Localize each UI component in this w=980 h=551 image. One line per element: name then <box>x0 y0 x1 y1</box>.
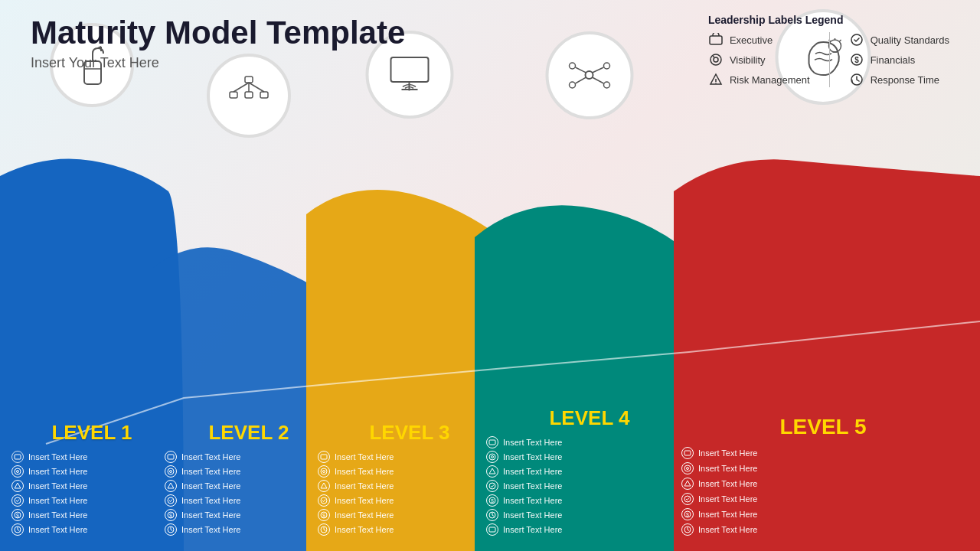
level1-title: LEVEL 1 <box>11 421 172 445</box>
svg-point-2 <box>714 57 718 62</box>
svg-point-51 <box>604 82 610 88</box>
svg-point-17 <box>17 471 19 473</box>
level2-item-1: Insert Text Here <box>165 451 333 463</box>
level2-item-2: Insert Text Here <box>165 465 333 478</box>
level4-items: Insert Text Here Insert Text Here Insert… <box>486 436 693 551</box>
svg-line-53 <box>593 67 604 73</box>
level5-item-6: Insert Text Here <box>681 523 965 536</box>
svg-line-54 <box>576 77 586 83</box>
level4-item-5: $Insert Text Here <box>486 494 693 507</box>
svg-rect-24 <box>245 92 253 98</box>
level3-items: Insert Text Here Insert Text Here Insert… <box>318 451 501 551</box>
level2-content: LEVEL 2 Insert Text Here Insert Text Her… <box>165 421 333 551</box>
page-title: Maturity Model Template <box>31 15 405 51</box>
svg-line-27 <box>234 83 249 92</box>
level3-item-2: Insert Text Here <box>318 465 501 478</box>
legend-col-2: Quality Standards $ Financials <box>849 32 949 87</box>
response-label: Response Time <box>871 74 939 86</box>
level4-title: LEVEL 4 <box>486 406 693 430</box>
level5-item-4: Insert Text Here <box>681 493 965 505</box>
level3-item-5: $Insert Text Here <box>318 509 501 521</box>
legend-title: Leadership Labels Legend <box>708 14 949 26</box>
svg-point-31 <box>170 471 172 473</box>
level2-item-5: $Insert Text Here <box>165 509 333 521</box>
level4-content: LEVEL 4 Insert Text Here Insert Text Her… <box>486 406 693 551</box>
visibility-label: Visibility <box>730 54 766 66</box>
svg-point-42 <box>323 471 325 473</box>
level1-item-3: Insert Text Here <box>11 480 172 492</box>
level5-title: LEVEL 5 <box>681 415 965 439</box>
svg-rect-25 <box>260 92 268 98</box>
quality-icon <box>849 32 864 47</box>
svg-rect-15 <box>15 455 21 459</box>
level1-item-1: Insert Text Here <box>11 451 172 463</box>
svg-point-39 <box>408 89 410 91</box>
header: Maturity Model Template Insert Your Text… <box>31 15 405 71</box>
level1-item-6: Insert Text Here <box>11 523 172 536</box>
svg-text:$: $ <box>322 513 325 518</box>
level4-item-7: Insert Text Here <box>486 523 693 536</box>
svg-text:$: $ <box>686 512 689 517</box>
level3-item-4: Insert Text Here <box>318 494 501 507</box>
svg-text:$: $ <box>16 513 19 518</box>
legend-quality: Quality Standards <box>849 32 949 47</box>
svg-rect-23 <box>230 92 237 98</box>
svg-point-50 <box>570 82 576 88</box>
level4-item-3: Insert Text Here <box>486 465 693 478</box>
svg-point-48 <box>570 63 576 69</box>
legend-response: Response Time <box>849 72 949 87</box>
level2-items: Insert Text Here Insert Text Here Insert… <box>165 451 333 551</box>
legend-financials: $ Financials <box>849 52 949 67</box>
level1-content: LEVEL 1 Insert Text Here Insert Text Her… <box>11 421 172 551</box>
svg-point-47 <box>586 71 593 79</box>
level3-title: LEVEL 3 <box>318 421 501 445</box>
level5-content: LEVEL 5 Insert Text Here Insert Text Her… <box>681 415 965 551</box>
level2-icon <box>226 73 272 119</box>
level4-circle <box>546 31 634 119</box>
svg-point-57 <box>489 454 495 460</box>
legend-visibility: Visibility <box>708 52 810 67</box>
svg-point-1 <box>710 54 721 65</box>
svg-point-41 <box>321 468 327 474</box>
svg-rect-29 <box>168 455 174 459</box>
svg-point-58 <box>492 456 494 458</box>
svg-text:$: $ <box>169 513 172 518</box>
svg-point-43 <box>321 497 327 504</box>
svg-rect-22 <box>245 77 253 83</box>
svg-point-3 <box>713 56 714 57</box>
svg-point-70 <box>684 465 691 471</box>
svg-point-71 <box>687 468 689 470</box>
financials-label: Financials <box>871 54 916 66</box>
main-diagram: LEVEL 1 Insert Text Here Insert Text Her… <box>0 115 980 551</box>
svg-text:$: $ <box>854 56 859 64</box>
level2-title: LEVEL 2 <box>165 421 333 445</box>
executive-label: Executive <box>730 34 773 46</box>
level1-item-5: $Insert Text Here <box>11 509 172 521</box>
level4-item-2: Insert Text Here <box>486 451 693 463</box>
svg-line-28 <box>249 83 264 92</box>
svg-rect-63 <box>489 527 495 532</box>
level3-content: LEVEL 3 Insert Text Here Insert Text Her… <box>318 421 501 551</box>
level4-item-6: Insert Text Here <box>486 509 693 521</box>
level4-item-4: Insert Text Here <box>486 480 693 492</box>
svg-point-5 <box>715 83 716 83</box>
financials-icon: $ <box>849 52 864 67</box>
level5-item-3: Insert Text Here <box>681 478 965 490</box>
svg-point-30 <box>168 468 174 474</box>
page-subtitle: Insert Your Text Here <box>31 55 405 71</box>
level3-item-1: Insert Text Here <box>318 451 501 463</box>
level3-item-3: Insert Text Here <box>318 480 501 492</box>
visibility-icon <box>708 52 724 67</box>
level1-items: Insert Text Here Insert Text Here Insert… <box>11 451 172 551</box>
svg-point-32 <box>168 497 174 504</box>
level3-item-6: Insert Text Here <box>318 523 501 536</box>
risk-icon <box>708 72 724 87</box>
level4-icon <box>565 51 615 100</box>
svg-rect-40 <box>321 455 327 459</box>
svg-point-72 <box>684 496 691 502</box>
svg-rect-69 <box>684 451 691 455</box>
legend-col-1: Executive Visibility <box>708 32 810 87</box>
svg-point-18 <box>15 497 21 504</box>
level2-item-4: Insert Text Here <box>165 494 333 507</box>
legend-risk: Risk Management <box>708 72 810 87</box>
